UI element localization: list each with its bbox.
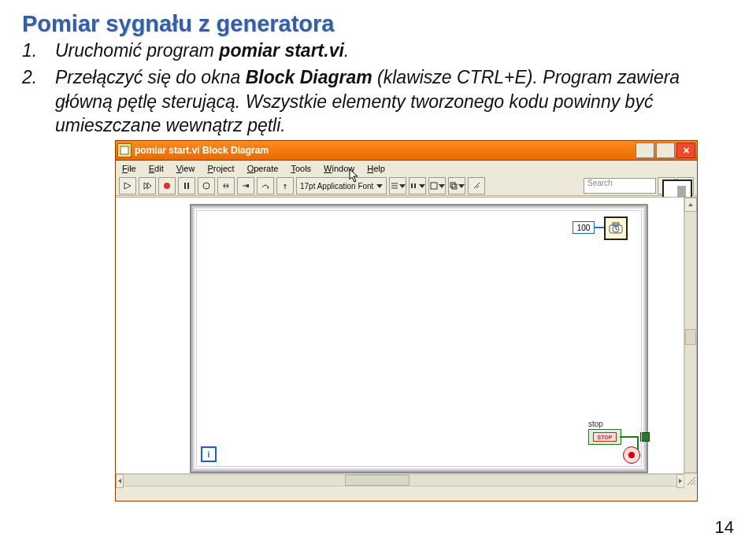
svg-rect-14 [613, 223, 619, 225]
search-input[interactable]: Search [584, 178, 656, 194]
horizontal-scrollbar[interactable] [116, 473, 684, 487]
font-name: 17pt Application Font [300, 182, 373, 191]
distribute-button[interactable] [409, 177, 426, 194]
loop-condition-terminal[interactable] [623, 446, 640, 464]
stop-label: stop [588, 420, 603, 428]
reorder-button[interactable] [448, 177, 465, 194]
svg-rect-3 [187, 183, 189, 189]
close-button[interactable]: ✕ [676, 142, 695, 158]
wait-ms-constant[interactable]: 100 [573, 221, 595, 234]
menu-file[interactable]: File [122, 164, 136, 173]
item-number: 2. [22, 65, 55, 137]
resize-button[interactable] [428, 177, 446, 194]
block-diagram-canvas[interactable]: 100 stop STOP i [116, 197, 697, 487]
stop-button-text: STOP [593, 432, 617, 442]
abort-button[interactable] [158, 177, 176, 194]
item-body: Uruchomić program pomiar start.vi. [55, 39, 734, 62]
wire [620, 436, 639, 438]
scroll-left-button[interactable] [116, 474, 124, 488]
step-over-button[interactable] [257, 177, 274, 194]
scroll-up-button[interactable] [684, 198, 697, 212]
page: Pomiar sygnału z generatora 1. Uruchomić… [0, 0, 756, 508]
item-body: Przełączyć się do okna Block Diagram (kl… [55, 65, 734, 137]
menu-tools[interactable]: Tools [291, 164, 311, 173]
page-number: 14 [0, 517, 734, 538]
window-title: pomiar start.vi Block Diagram [135, 145, 269, 156]
wire [637, 436, 639, 452]
svg-rect-10 [452, 184, 457, 189]
item-number: 1. [22, 39, 55, 62]
chevron-down-icon [376, 184, 383, 188]
font-selector[interactable]: 17pt Application Font [296, 177, 387, 194]
cleanup-button[interactable] [468, 177, 485, 194]
svg-rect-0 [120, 146, 128, 154]
svg-point-13 [613, 226, 619, 232]
highlight-exec-button[interactable] [198, 177, 215, 194]
svg-rect-7 [414, 183, 416, 188]
scroll-track[interactable] [684, 212, 697, 472]
menu-help[interactable]: Help [367, 164, 385, 173]
app-icon [117, 143, 132, 157]
iteration-terminal[interactable]: i [201, 446, 217, 462]
scroll-thumb[interactable] [345, 475, 410, 486]
list-item-2: 2. Przełączyć się do okna Block Diagram … [22, 65, 734, 137]
stop-control[interactable]: STOP [588, 429, 621, 445]
wire [595, 227, 604, 228]
run-continuous-button[interactable] [139, 177, 156, 194]
title-bar[interactable]: pomiar start.vi Block Diagram _ □ ✕ [115, 140, 698, 161]
list-item-1: 1. Uruchomić program pomiar start.vi. [22, 39, 734, 62]
resize-grip-icon[interactable] [684, 473, 697, 487]
svg-rect-8 [431, 183, 437, 189]
pause-button[interactable] [178, 177, 195, 194]
svg-rect-2 [184, 183, 186, 189]
svg-rect-6 [411, 183, 413, 188]
svg-rect-5 [247, 184, 249, 187]
menu-view[interactable]: View [176, 164, 195, 173]
scroll-track[interactable] [124, 474, 676, 487]
menu-edit[interactable]: Edit [149, 164, 164, 173]
page-title: Pomiar sygnału z generatora [22, 11, 734, 37]
retain-wires-button[interactable] [217, 177, 235, 194]
while-loop[interactable]: 100 stop STOP i [190, 204, 648, 473]
svg-rect-9 [450, 183, 455, 187]
toolbar: 17pt Application Font Search ? [116, 176, 697, 196]
align-button[interactable] [389, 177, 406, 194]
client-area: File Edit View Project Operate Tools Win… [115, 161, 698, 501]
labview-window: pomiar start.vi Block Diagram _ □ ✕ File… [115, 140, 698, 501]
menu-project[interactable]: Project [207, 164, 234, 173]
wait-ms-icon[interactable] [604, 216, 628, 240]
vertical-scrollbar[interactable] [684, 198, 697, 487]
step-out-button[interactable] [276, 177, 294, 194]
svg-point-1 [164, 183, 170, 189]
menu-window[interactable]: Window [324, 164, 354, 173]
loop-tunnel [640, 432, 650, 442]
minimize-button[interactable]: _ [636, 142, 654, 158]
wire [631, 452, 639, 453]
menu-bar[interactable]: File Edit View Project Operate Tools Win… [116, 161, 697, 176]
svg-rect-12 [610, 225, 622, 233]
maximize-button[interactable]: □ [656, 142, 675, 158]
step-into-button[interactable] [237, 177, 254, 194]
run-button[interactable] [119, 177, 136, 194]
menu-operate[interactable]: Operate [247, 164, 279, 173]
scroll-thumb[interactable] [685, 329, 696, 345]
